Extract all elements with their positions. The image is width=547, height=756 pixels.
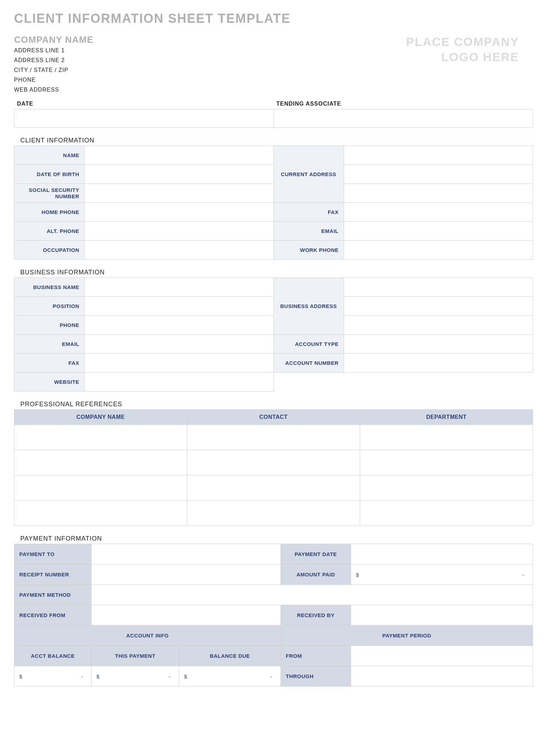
fax-label: FAX <box>274 203 344 222</box>
logo-line-2: LOGO HERE <box>406 49 519 65</box>
ref-company-input[interactable] <box>14 501 187 526</box>
occupation-input[interactable] <box>85 241 274 260</box>
business-name-input[interactable] <box>85 278 274 297</box>
website-input[interactable] <box>85 373 274 392</box>
ref-company-input[interactable] <box>14 425 187 450</box>
through-input[interactable] <box>351 666 533 687</box>
empty-value-dash: - <box>169 673 170 679</box>
business-name-label: BUSINESS NAME <box>14 278 85 297</box>
ref-department-input[interactable] <box>360 475 533 501</box>
ssn-input[interactable] <box>85 184 274 203</box>
business-address-line1-input[interactable] <box>344 278 533 297</box>
ref-department-input[interactable] <box>360 501 533 526</box>
name-input[interactable] <box>85 146 274 165</box>
business-address-line3-input[interactable] <box>344 316 533 335</box>
biz-fax-input[interactable] <box>85 354 274 373</box>
ssn-label: SOCIAL SECURITY NUMBER <box>14 184 85 203</box>
current-address-line1-input[interactable] <box>344 146 533 165</box>
current-address-line3-input[interactable] <box>344 184 533 203</box>
ref-company-input[interactable] <box>14 475 187 501</box>
account-number-input[interactable] <box>344 354 533 373</box>
payment-to-input[interactable] <box>92 544 281 564</box>
company-block: COMPANY NAME ADDRESS LINE 1 ADDRESS LINE… <box>14 34 93 96</box>
payment-date-label: PAYMENT DATE <box>281 544 351 564</box>
dob-input[interactable] <box>85 165 274 184</box>
address-line-2: ADDRESS LINE 2 <box>14 57 93 63</box>
document-title: CLIENT INFORMATION SHEET TEMPLATE <box>14 11 533 26</box>
currency-symbol: $ <box>356 571 359 577</box>
tending-associate-input[interactable] <box>274 109 533 128</box>
email-label: EMAIL <box>274 222 344 241</box>
amount-paid-input[interactable]: $ - <box>351 564 533 585</box>
payment-date-input[interactable] <box>351 544 533 564</box>
references-section-label: PROFESSIONAL REFERENCES <box>20 401 533 408</box>
payment-table: PAYMENT TO PAYMENT DATE RECEIPT NUMBER A… <box>14 544 533 687</box>
biz-phone-input[interactable] <box>85 316 274 335</box>
from-label: FROM <box>281 646 351 666</box>
received-from-input[interactable] <box>92 605 281 625</box>
date-input[interactable] <box>14 109 274 128</box>
business-info-table: BUSINESS NAME BUSINESS ADDRESS POSITION … <box>14 277 533 392</box>
payment-to-label: PAYMENT TO <box>14 544 92 564</box>
ref-company-input[interactable] <box>14 450 187 475</box>
home-phone-label: HOME PHONE <box>14 203 85 222</box>
date-label: DATE <box>14 99 274 109</box>
ref-contact-input[interactable] <box>187 475 360 501</box>
receipt-number-input[interactable] <box>92 564 281 585</box>
ref-contact-input[interactable] <box>187 501 360 526</box>
ref-department-input[interactable] <box>360 425 533 450</box>
logo-line-1: PLACE COMPANY <box>406 34 519 49</box>
name-label: NAME <box>14 146 85 165</box>
acct-balance-input[interactable]: $ - <box>14 666 92 687</box>
header-row: COMPANY NAME ADDRESS LINE 1 ADDRESS LINE… <box>14 34 533 96</box>
balance-due-input[interactable]: $ - <box>179 666 281 687</box>
references-table: COMPANY NAME CONTACT DEPARTMENT <box>14 409 533 526</box>
amount-paid-label: AMOUNT PAID <box>281 564 351 585</box>
address-line-1: ADDRESS LINE 1 <box>14 47 93 54</box>
account-type-label: ACCOUNT TYPE <box>274 335 344 354</box>
client-info-section-label: CLIENT INFORMATION <box>20 137 533 144</box>
logo-placeholder: PLACE COMPANY LOGO HERE <box>406 34 519 64</box>
current-address-label: CURRENT ADDRESS <box>274 146 344 203</box>
business-info-section-label: BUSINESS INFORMATION <box>20 269 533 276</box>
dob-label: DATE OF BIRTH <box>14 165 85 184</box>
received-by-input[interactable] <box>351 605 533 625</box>
payment-section-label: PAYMENT INFORMATION <box>20 535 533 542</box>
biz-email-label: EMAIL <box>14 335 85 354</box>
ref-row <box>14 425 533 450</box>
home-phone-input[interactable] <box>85 203 274 222</box>
currency-symbol: $ <box>184 673 187 679</box>
business-address-line2-input[interactable] <box>344 297 533 316</box>
receipt-number-label: RECEIPT NUMBER <box>14 564 92 585</box>
ref-contact-input[interactable] <box>187 425 360 450</box>
ref-header-company: COMPANY NAME <box>14 410 187 425</box>
account-type-input[interactable] <box>344 335 533 354</box>
ref-department-input[interactable] <box>360 450 533 475</box>
fax-input[interactable] <box>344 203 533 222</box>
website-label: WEBSITE <box>14 373 85 392</box>
biz-phone-label: PHONE <box>14 316 85 335</box>
web-address-line: WEB ADDRESS <box>14 87 93 93</box>
ref-header-contact: CONTACT <box>187 410 360 425</box>
ref-row <box>14 475 533 501</box>
work-phone-input[interactable] <box>344 241 533 260</box>
phone-line: PHONE <box>14 77 93 83</box>
through-label: THROUGH <box>281 666 351 687</box>
email-input[interactable] <box>344 222 533 241</box>
received-from-label: RECEIVED FROM <box>14 605 92 625</box>
payment-method-label: PAYMENT METHOD <box>14 585 92 605</box>
ref-row <box>14 501 533 526</box>
alt-phone-input[interactable] <box>85 222 274 241</box>
payment-method-input[interactable] <box>92 585 533 605</box>
position-input[interactable] <box>85 297 274 316</box>
account-info-header: ACCOUNT INFO <box>14 625 281 646</box>
from-input[interactable] <box>351 646 533 666</box>
current-address-line2-input[interactable] <box>344 165 533 184</box>
payment-period-header: PAYMENT PERIOD <box>281 625 533 646</box>
biz-email-input[interactable] <box>85 335 274 354</box>
biz-fax-label: FAX <box>14 354 85 373</box>
this-payment-input[interactable]: $ - <box>92 666 179 687</box>
ref-contact-input[interactable] <box>187 450 360 475</box>
city-state-zip: CITY / STATE / ZIP <box>14 67 93 73</box>
balance-due-label: BALANCE DUE <box>179 646 281 666</box>
